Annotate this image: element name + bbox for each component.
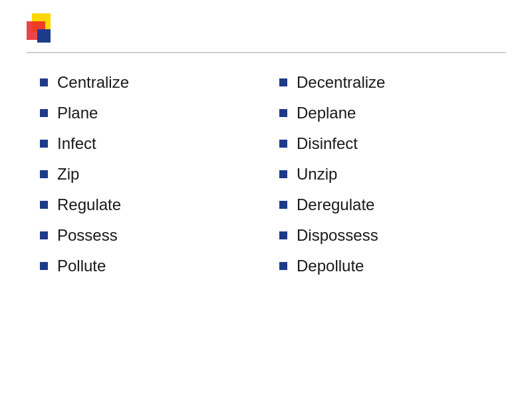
item-label: Infect: [57, 134, 96, 153]
item-label: Pollute: [57, 257, 106, 275]
bullet-icon: [40, 231, 48, 239]
item-label: Zip: [57, 165, 79, 184]
list-item: Unzip: [279, 165, 505, 184]
item-label: Regulate: [57, 196, 121, 214]
item-label: Unzip: [297, 165, 337, 184]
list-item: Disinfect: [279, 134, 505, 153]
list-item: Zip: [40, 165, 266, 184]
list-item: Depollute: [279, 257, 505, 275]
item-label: Depollute: [297, 257, 364, 275]
bullet-icon: [279, 231, 287, 239]
list-item: Decentralize: [279, 73, 505, 92]
bullet-icon: [40, 78, 48, 86]
bullet-icon: [279, 201, 287, 209]
item-label: Decentralize: [297, 73, 385, 92]
item-label: Disinfect: [297, 134, 358, 153]
bullet-icon: [279, 170, 287, 178]
list-item: Deplane: [279, 104, 505, 122]
item-label: Dispossess: [297, 226, 378, 245]
bullet-icon: [279, 109, 287, 117]
list-item: Centralize: [40, 73, 266, 92]
bullet-icon: [40, 170, 48, 178]
list-item: Pollute: [40, 257, 266, 275]
list-item: Plane: [40, 104, 266, 122]
item-label: Deplane: [297, 104, 356, 122]
list-item: Possess: [40, 226, 266, 245]
bullet-icon: [40, 201, 48, 209]
logo-icon: [27, 13, 61, 48]
list-item: Deregulate: [279, 196, 505, 214]
header-section: [27, 13, 505, 53]
list-item: Regulate: [40, 196, 266, 214]
list-item: Dispossess: [279, 226, 505, 245]
list-item: Infect: [40, 134, 266, 153]
right-column: DecentralizeDeplaneDisinfectUnzipDeregul…: [266, 73, 505, 287]
bullet-icon: [279, 262, 287, 270]
left-column: CentralizePlaneInfectZipRegulatePossessP…: [27, 73, 266, 287]
logo-blue-square: [37, 29, 51, 43]
item-label: Plane: [57, 104, 98, 122]
item-label: Possess: [57, 226, 118, 245]
bullet-icon: [40, 109, 48, 117]
bullet-icon: [40, 262, 48, 270]
slide: CentralizePlaneInfectZipRegulatePossessP…: [0, 0, 532, 399]
bullet-icon: [279, 140, 287, 148]
bullet-icon: [40, 140, 48, 148]
bullet-icon: [279, 78, 287, 86]
item-label: Centralize: [57, 73, 129, 92]
content-section: CentralizePlaneInfectZipRegulatePossessP…: [27, 73, 505, 287]
item-label: Deregulate: [297, 196, 374, 214]
